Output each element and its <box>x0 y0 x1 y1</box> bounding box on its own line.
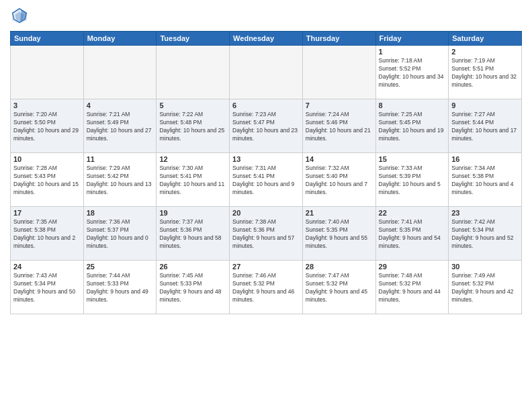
calendar-cell: 23Sunrise: 7:42 AM Sunset: 5:34 PM Dayli… <box>449 207 522 261</box>
calendar-cell: 20Sunrise: 7:38 AM Sunset: 5:36 PM Dayli… <box>230 207 303 261</box>
calendar-week-row: 17Sunrise: 7:35 AM Sunset: 5:38 PM Dayli… <box>11 207 522 261</box>
day-number: 14 <box>306 155 373 163</box>
day-number: 23 <box>451 209 519 217</box>
day-info: Sunrise: 7:35 AM Sunset: 5:38 PM Dayligh… <box>13 218 81 250</box>
day-number: 2 <box>451 48 519 56</box>
calendar-cell: 7Sunrise: 7:24 AM Sunset: 5:46 PM Daylig… <box>302 99 375 153</box>
calendar-cell: 1Sunrise: 7:18 AM Sunset: 5:52 PM Daylig… <box>375 46 449 99</box>
day-number: 11 <box>87 155 154 163</box>
calendar-cell: 26Sunrise: 7:45 AM Sunset: 5:33 PM Dayli… <box>157 261 230 314</box>
day-info: Sunrise: 7:30 AM Sunset: 5:41 PM Dayligh… <box>159 165 226 197</box>
day-info: Sunrise: 7:33 AM Sunset: 5:39 PM Dayligh… <box>379 165 446 197</box>
weekday-header-tuesday: Tuesday <box>157 32 230 46</box>
day-info: Sunrise: 7:23 AM Sunset: 5:47 PM Dayligh… <box>232 111 300 143</box>
weekday-header-row: SundayMondayTuesdayWednesdayThursdayFrid… <box>11 32 522 46</box>
calendar-cell: 10Sunrise: 7:28 AM Sunset: 5:43 PM Dayli… <box>11 153 84 207</box>
calendar-cell: 12Sunrise: 7:30 AM Sunset: 5:41 PM Dayli… <box>157 153 230 207</box>
day-info: Sunrise: 7:47 AM Sunset: 5:32 PM Dayligh… <box>306 272 373 304</box>
day-info: Sunrise: 7:42 AM Sunset: 5:34 PM Dayligh… <box>451 218 519 250</box>
day-info: Sunrise: 7:48 AM Sunset: 5:32 PM Dayligh… <box>379 272 446 304</box>
calendar-cell: 14Sunrise: 7:32 AM Sunset: 5:40 PM Dayli… <box>302 153 375 207</box>
calendar-cell: 22Sunrise: 7:41 AM Sunset: 5:35 PM Dayli… <box>375 207 449 261</box>
calendar-cell: 8Sunrise: 7:25 AM Sunset: 5:45 PM Daylig… <box>375 99 449 153</box>
day-number: 20 <box>232 209 300 217</box>
day-info: Sunrise: 7:41 AM Sunset: 5:35 PM Dayligh… <box>379 218 446 250</box>
calendar-cell: 30Sunrise: 7:49 AM Sunset: 5:32 PM Dayli… <box>449 261 522 314</box>
day-number: 5 <box>159 101 226 109</box>
calendar-week-row: 10Sunrise: 7:28 AM Sunset: 5:43 PM Dayli… <box>11 153 522 207</box>
day-number: 30 <box>451 263 519 271</box>
weekday-header-thursday: Thursday <box>302 32 375 46</box>
calendar-cell <box>230 46 303 99</box>
weekday-header-friday: Friday <box>375 32 449 46</box>
calendar-cell: 9Sunrise: 7:27 AM Sunset: 5:44 PM Daylig… <box>449 99 522 153</box>
calendar-cell: 16Sunrise: 7:34 AM Sunset: 5:38 PM Dayli… <box>449 153 522 207</box>
calendar-week-row: 3Sunrise: 7:20 AM Sunset: 5:50 PM Daylig… <box>11 99 522 153</box>
day-number: 19 <box>159 209 226 217</box>
day-info: Sunrise: 7:29 AM Sunset: 5:42 PM Dayligh… <box>87 165 154 197</box>
page-container: SundayMondayTuesdayWednesdayThursdayFrid… <box>0 0 532 411</box>
calendar-cell: 6Sunrise: 7:23 AM Sunset: 5:47 PM Daylig… <box>230 99 303 153</box>
calendar-cell: 29Sunrise: 7:48 AM Sunset: 5:32 PM Dayli… <box>375 261 449 314</box>
weekday-header-wednesday: Wednesday <box>230 32 303 46</box>
day-info: Sunrise: 7:45 AM Sunset: 5:33 PM Dayligh… <box>159 272 226 304</box>
calendar-cell: 18Sunrise: 7:36 AM Sunset: 5:37 PM Dayli… <box>83 207 157 261</box>
day-info: Sunrise: 7:28 AM Sunset: 5:43 PM Dayligh… <box>13 165 81 197</box>
day-info: Sunrise: 7:24 AM Sunset: 5:46 PM Dayligh… <box>306 111 373 143</box>
day-info: Sunrise: 7:21 AM Sunset: 5:49 PM Dayligh… <box>87 111 154 143</box>
calendar-cell: 25Sunrise: 7:44 AM Sunset: 5:33 PM Dayli… <box>83 261 157 314</box>
day-info: Sunrise: 7:36 AM Sunset: 5:37 PM Dayligh… <box>87 218 154 250</box>
day-number: 22 <box>379 209 446 217</box>
day-info: Sunrise: 7:44 AM Sunset: 5:33 PM Dayligh… <box>87 272 154 304</box>
calendar-cell: 27Sunrise: 7:46 AM Sunset: 5:32 PM Dayli… <box>230 261 303 314</box>
calendar-cell: 24Sunrise: 7:43 AM Sunset: 5:34 PM Dayli… <box>11 261 84 314</box>
calendar-cell: 3Sunrise: 7:20 AM Sunset: 5:50 PM Daylig… <box>11 99 84 153</box>
day-number: 12 <box>159 155 226 163</box>
day-number: 4 <box>87 101 154 109</box>
day-number: 16 <box>451 155 519 163</box>
calendar-cell: 4Sunrise: 7:21 AM Sunset: 5:49 PM Daylig… <box>83 99 157 153</box>
day-info: Sunrise: 7:43 AM Sunset: 5:34 PM Dayligh… <box>13 272 81 304</box>
day-number: 7 <box>306 101 373 109</box>
day-info: Sunrise: 7:31 AM Sunset: 5:41 PM Dayligh… <box>232 165 300 197</box>
page-header <box>10 7 522 26</box>
day-number: 15 <box>379 155 446 163</box>
day-number: 29 <box>379 263 446 271</box>
day-info: Sunrise: 7:20 AM Sunset: 5:50 PM Dayligh… <box>13 111 81 143</box>
day-info: Sunrise: 7:38 AM Sunset: 5:36 PM Dayligh… <box>232 218 300 250</box>
day-info: Sunrise: 7:49 AM Sunset: 5:32 PM Dayligh… <box>451 272 519 304</box>
day-info: Sunrise: 7:22 AM Sunset: 5:48 PM Dayligh… <box>159 111 226 143</box>
day-info: Sunrise: 7:34 AM Sunset: 5:38 PM Dayligh… <box>451 165 519 197</box>
calendar-cell <box>11 46 84 99</box>
day-number: 17 <box>13 209 81 217</box>
calendar-cell: 17Sunrise: 7:35 AM Sunset: 5:38 PM Dayli… <box>11 207 84 261</box>
day-info: Sunrise: 7:37 AM Sunset: 5:36 PM Dayligh… <box>159 218 226 250</box>
day-info: Sunrise: 7:19 AM Sunset: 5:51 PM Dayligh… <box>451 57 519 89</box>
calendar-cell <box>302 46 375 99</box>
day-info: Sunrise: 7:46 AM Sunset: 5:32 PM Dayligh… <box>232 272 300 304</box>
calendar-cell: 2Sunrise: 7:19 AM Sunset: 5:51 PM Daylig… <box>449 46 522 99</box>
day-number: 28 <box>306 263 373 271</box>
calendar-table: SundayMondayTuesdayWednesdayThursdayFrid… <box>10 31 522 314</box>
calendar-cell: 21Sunrise: 7:40 AM Sunset: 5:35 PM Dayli… <box>302 207 375 261</box>
day-info: Sunrise: 7:32 AM Sunset: 5:40 PM Dayligh… <box>306 165 373 197</box>
day-number: 8 <box>379 101 446 109</box>
day-number: 10 <box>13 155 81 163</box>
day-info: Sunrise: 7:40 AM Sunset: 5:35 PM Dayligh… <box>306 218 373 250</box>
calendar-cell: 13Sunrise: 7:31 AM Sunset: 5:41 PM Dayli… <box>230 153 303 207</box>
logo-icon <box>10 7 29 26</box>
day-number: 25 <box>87 263 154 271</box>
weekday-header-saturday: Saturday <box>449 32 522 46</box>
day-info: Sunrise: 7:25 AM Sunset: 5:45 PM Dayligh… <box>379 111 446 143</box>
calendar-cell <box>157 46 230 99</box>
calendar-week-row: 24Sunrise: 7:43 AM Sunset: 5:34 PM Dayli… <box>11 261 522 314</box>
day-number: 24 <box>13 263 81 271</box>
day-number: 3 <box>13 101 81 109</box>
day-number: 6 <box>232 101 300 109</box>
day-number: 18 <box>87 209 154 217</box>
weekday-header-monday: Monday <box>83 32 157 46</box>
logo <box>10 7 32 26</box>
day-number: 26 <box>159 263 226 271</box>
calendar-cell: 11Sunrise: 7:29 AM Sunset: 5:42 PM Dayli… <box>83 153 157 207</box>
calendar-week-row: 1Sunrise: 7:18 AM Sunset: 5:52 PM Daylig… <box>11 46 522 99</box>
